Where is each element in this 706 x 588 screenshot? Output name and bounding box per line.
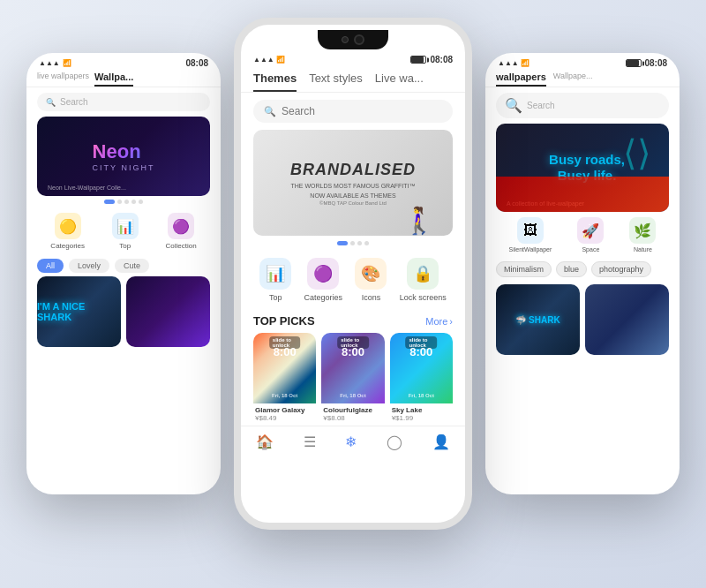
wp-glamor-time: 8:00	[274, 345, 297, 358]
nav-categories-label: Categories	[304, 293, 343, 302]
nav-lock-label: Lock screens	[400, 293, 447, 302]
space-label: Space	[582, 246, 599, 253]
tabs-center: Themes Text styles Live wa...	[241, 66, 465, 93]
dot-3	[124, 200, 129, 204]
wp-sky[interactable]: slide to unlock 8:00 Fri, 18 Oct Sky Lak…	[390, 333, 453, 422]
search-bar-left[interactable]: 🔍 Search	[37, 93, 210, 111]
nav-list[interactable]: ☰	[304, 433, 316, 450]
status-bar-left: ▲▲▲ 📶 08:08	[26, 53, 221, 70]
signal-right: ▲▲▲ 📶	[498, 59, 530, 67]
camera-dot	[342, 36, 349, 43]
nav-home[interactable]: 🏠	[256, 433, 274, 450]
wp-glamor[interactable]: slide to unlock 8:00 Fri, 18 Oct Glamor …	[253, 333, 316, 422]
tag-blue[interactable]: blue	[556, 261, 587, 277]
search-placeholder-right: Search	[527, 101, 555, 110]
tag-row: Minimalism blue photography	[485, 258, 680, 281]
cat-collection[interactable]: 🟣 Collection	[165, 213, 196, 250]
nature-label: Nature	[634, 246, 652, 253]
neon-title: Neon	[93, 140, 155, 163]
wp-colour-name: Colourfulglaze	[321, 403, 384, 414]
nav-icons-label: Icons	[362, 293, 381, 302]
dot-c4	[364, 241, 369, 245]
nav-featured[interactable]: ❄	[345, 433, 357, 450]
wp-sky-time: 8:00	[409, 345, 432, 358]
phone-center: ▲▲▲ 📶 08:08 Themes Text styles Live wa..…	[234, 18, 472, 530]
phone-right: ▲▲▲ 📶 08:08 wallpapers Wallpape... 🔍 Sea…	[485, 53, 680, 494]
wp-row-right: 🦈 SHARK	[485, 281, 680, 355]
wp-purple-left[interactable]	[126, 276, 210, 347]
wp-shark-left[interactable]: I'M A NICE SHARK	[37, 276, 121, 347]
filter-cute[interactable]: Cute	[115, 259, 149, 273]
nav-profile[interactable]: 👤	[432, 433, 450, 450]
nav-icons-center: 📊 Top 🟣 Categories 🎨 Icons 🔒 Lock screen…	[241, 251, 465, 309]
bus-red-overlay	[496, 177, 669, 212]
filter-lovely[interactable]: Lovely	[69, 259, 109, 273]
nav-lock-screens[interactable]: 🔒 Lock screens	[400, 258, 447, 302]
nav-icons-item[interactable]: 🎨 Icons	[355, 258, 387, 302]
icon-space[interactable]: 🚀 Space	[577, 217, 604, 253]
cat-categories[interactable]: 🟡 Categories	[50, 213, 85, 250]
tag-photography[interactable]: photography	[591, 261, 651, 277]
wp-shark-right[interactable]: 🦈 SHARK	[496, 284, 580, 355]
dot-4	[131, 200, 136, 204]
time-left: 08:08	[185, 58, 208, 68]
neon-description: Neon Live-Wallpaper Colle...	[48, 185, 126, 191]
dot-1	[104, 200, 115, 204]
wp-colour[interactable]: slide to unlock 8:00 Fri, 18 Oct Colourf…	[321, 333, 384, 422]
tab-wallpape-right[interactable]: Wallpape...	[553, 72, 593, 87]
tab-themes[interactable]: Themes	[253, 72, 297, 92]
tab-wallpa-left[interactable]: Wallpa...	[94, 72, 133, 87]
structure-icon: ⟨⟩	[623, 132, 651, 173]
search-icon-right: 🔍	[505, 97, 522, 114]
more-label: More	[425, 316, 447, 327]
nature-icon: 🌿	[629, 217, 656, 244]
dot-5	[139, 200, 143, 204]
cat-top[interactable]: 📊 Top	[112, 213, 139, 250]
dot-c3	[357, 241, 362, 245]
nav-top-icon: 📊	[259, 258, 291, 290]
silent-wallpaper-icon: 🖼	[517, 217, 544, 244]
cat-top-icon: 📊	[112, 213, 139, 239]
status-bar-center: ▲▲▲ 📶 08:08	[241, 49, 465, 66]
icon-nature[interactable]: 🌿 Nature	[629, 217, 656, 253]
nav-discover[interactable]: ◯	[387, 433, 402, 450]
search-placeholder-left: Search	[60, 97, 88, 107]
dot-c1	[337, 241, 348, 245]
more-button[interactable]: More ›	[425, 316, 453, 327]
signal-left: ▲▲▲ 📶	[39, 59, 71, 67]
nav-top[interactable]: 📊 Top	[259, 258, 291, 302]
wallpaper-row-left: I'M A NICE SHARK	[26, 276, 221, 347]
search-bar-center[interactable]: 🔍	[253, 100, 453, 123]
search-input-center[interactable]	[282, 105, 442, 117]
search-icon-left: 🔍	[46, 98, 56, 107]
banner-title: BRANDALISED	[290, 161, 416, 179]
nav-icons-icon: 🎨	[355, 258, 387, 290]
cat-collection-icon: 🟣	[168, 213, 194, 239]
tab-live-wallpapers-left[interactable]: live wallpapers	[37, 72, 89, 87]
dot-2	[117, 200, 122, 204]
wp-sky-right[interactable]	[585, 284, 669, 355]
search-bar-right[interactable]: 🔍 Search	[496, 93, 669, 118]
wp-colour-price: ¥$8.08	[321, 414, 384, 422]
more-chevron-icon: ›	[449, 316, 453, 327]
nav-categories[interactable]: 🟣 Categories	[304, 258, 343, 302]
wp-sky-name: Sky Lake	[390, 403, 453, 414]
cat-collection-label: Collection	[165, 242, 196, 250]
nav-lock-icon: 🔒	[407, 258, 439, 290]
dot-c2	[350, 241, 355, 245]
tab-live-wa[interactable]: Live wa...	[375, 72, 424, 92]
neon-banner: Neon CITY NIGHT Neon Live-Wallpaper Coll…	[37, 117, 210, 196]
status-bar-right: ▲▲▲ 📶 08:08	[485, 53, 680, 70]
busy-roads-banner: ⟨⟩ Busy roads, Busy life. A collection o…	[496, 124, 669, 212]
banner-girl-icon: 🚶‍♀️	[402, 205, 435, 236]
camera-notch	[241, 25, 465, 49]
space-icon: 🚀	[577, 217, 604, 244]
tab-wallpapers-right[interactable]: wallpapers	[496, 72, 546, 87]
silent-wallpaper-label: SilentWallpaper	[509, 246, 552, 253]
brandalised-banner: BRANDALISED THE WORLDS MOST FAMOUS GRAFF…	[253, 130, 453, 236]
tag-minimalism[interactable]: Minimalism	[496, 261, 552, 277]
battery-center	[410, 56, 426, 64]
filter-all[interactable]: All	[37, 259, 64, 273]
tab-text-styles[interactable]: Text styles	[309, 72, 363, 92]
icon-silent-wallpaper[interactable]: 🖼 SilentWallpaper	[509, 217, 552, 253]
